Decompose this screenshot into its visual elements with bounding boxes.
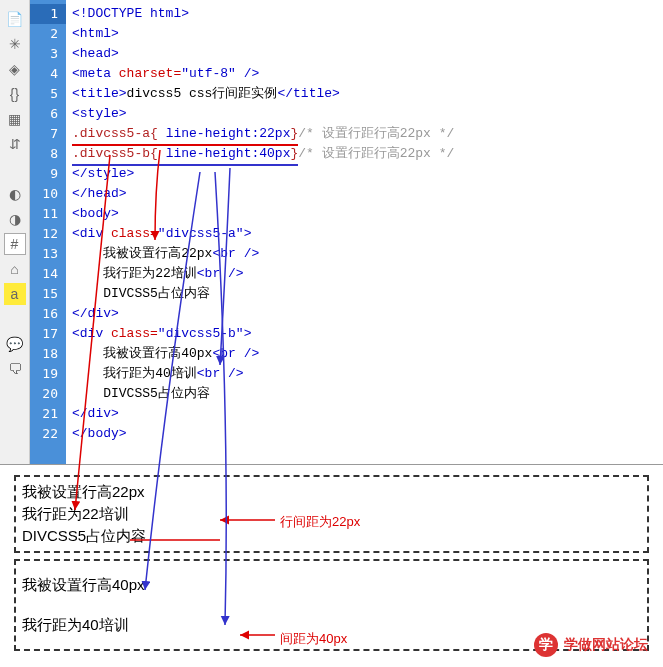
- code-line: </div>: [72, 306, 119, 321]
- code-area[interactable]: <!DOCTYPE html> <html> <head> <meta char…: [66, 0, 663, 464]
- code-text: DIVCSS5占位内容: [72, 386, 210, 401]
- code-line: <head>: [72, 46, 119, 61]
- annotation-22px: 行间距为22px: [280, 513, 360, 531]
- code-line: </body>: [72, 426, 127, 441]
- code-tag: <title>: [72, 86, 127, 101]
- css-comment: /* 设置行距行高22px */: [298, 126, 454, 141]
- code-line: <body>: [72, 206, 119, 221]
- css-comment: /* 设置行距行高22px */: [298, 146, 454, 161]
- hash-icon[interactable]: #: [4, 233, 26, 255]
- toolbar: 📄 ✳ ◈ {} ▦ ⇵ ◐ ◑ # ⌂ a 💬 🗨: [0, 0, 30, 464]
- css-prop: line-height:40px: [158, 146, 291, 161]
- code-line: <!DOCTYPE html>: [72, 6, 189, 21]
- css-selector: .divcss5-a{: [72, 126, 158, 141]
- code-text: DIVCSS5占位内容: [72, 286, 210, 301]
- spacer2: [4, 308, 26, 330]
- code-tag: <meta: [72, 66, 119, 81]
- code-tag: </title>: [277, 86, 339, 101]
- code-tag: />: [236, 66, 259, 81]
- code-tag: <div: [72, 326, 111, 341]
- frame-icon[interactable]: ▦: [4, 108, 26, 130]
- code-text: 我行距为22培训: [72, 266, 197, 281]
- code-tag: >: [244, 226, 252, 241]
- preview-line: 我被设置行高22px: [22, 481, 641, 503]
- halfcircle-icon[interactable]: ◑: [4, 208, 26, 230]
- star-icon[interactable]: ✳: [4, 33, 26, 55]
- code-tag: <br />: [197, 366, 244, 381]
- comment-icon[interactable]: 💬: [4, 333, 26, 355]
- line-gutter: 12345678910111213141516171819202122: [30, 0, 66, 464]
- code-val: "divcss5-b": [158, 326, 244, 341]
- spacer: [4, 158, 26, 180]
- code-line: </head>: [72, 186, 127, 201]
- tree-icon[interactable]: ⇵: [4, 133, 26, 155]
- code-line: <html>: [72, 26, 119, 41]
- highlight-icon[interactable]: a: [4, 283, 26, 305]
- badge-icon: 学: [534, 633, 558, 657]
- css-selector: .divcss5-b{: [72, 146, 158, 161]
- code-tag: <br />: [212, 246, 259, 261]
- code-val: "utf-8": [181, 66, 236, 81]
- file-icon[interactable]: 📄: [4, 8, 26, 30]
- code-text: 我被设置行高40px: [72, 346, 212, 361]
- annotation-40px: 间距为40px: [280, 630, 347, 648]
- tag-icon[interactable]: ⌂: [4, 258, 26, 280]
- braces-icon[interactable]: {}: [4, 83, 26, 105]
- code-line: <style>: [72, 106, 127, 121]
- chat-icon[interactable]: 🗨: [4, 358, 26, 380]
- code-attr: class=: [111, 226, 158, 241]
- code-tag: >: [244, 326, 252, 341]
- code-text: divcss5 css行间距实例: [127, 86, 278, 101]
- preview-line: 我被设置行高40px: [22, 565, 641, 605]
- editor-area: 📄 ✳ ◈ {} ▦ ⇵ ◐ ◑ # ⌂ a 💬 🗨 1234567891011…: [0, 0, 663, 465]
- clip-icon[interactable]: ◐: [4, 183, 26, 205]
- code-attr: class=: [111, 326, 158, 341]
- code-text: 我行距为40培训: [72, 366, 197, 381]
- badge-text: 学做网站论坛: [564, 636, 648, 654]
- code-line: </style>: [72, 166, 134, 181]
- code-attr: charset=: [119, 66, 181, 81]
- code-line: </div>: [72, 406, 119, 421]
- code-tag: <div: [72, 226, 111, 241]
- css-prop: line-height:22px: [158, 126, 291, 141]
- code-tag: <br />: [197, 266, 244, 281]
- code-val: "divcss5-a": [158, 226, 244, 241]
- badge: 学 学做网站论坛: [534, 633, 648, 657]
- code-text: 我被设置行高22px: [72, 246, 212, 261]
- diamond-icon[interactable]: ◈: [4, 58, 26, 80]
- code-tag: <br />: [212, 346, 259, 361]
